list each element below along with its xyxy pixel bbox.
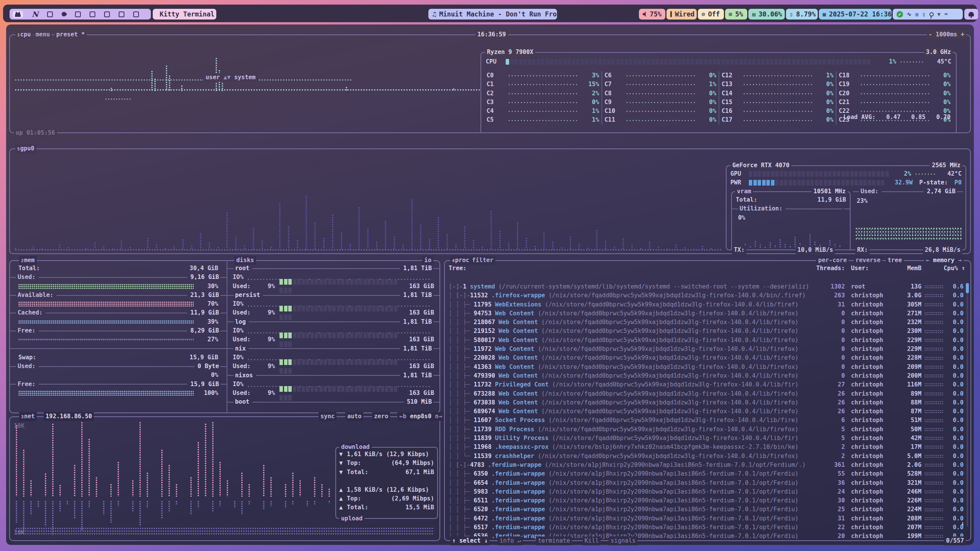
workspace-obsidian[interactable]: N: [32, 10, 38, 18]
core-row: C30%: [487, 98, 599, 107]
proc-row[interactable]: │ │ ├─ 6517.ferdium-wrappe(/nix/store/a1…: [449, 523, 964, 532]
proc-row[interactable]: │ │ ├─ 673038Web Content(/nix/store/fqad…: [449, 398, 964, 407]
proc-scroll-down-arrow[interactable]: ↓: [961, 519, 964, 528]
clock-widget[interactable]: ▦ 2025-07-22 16:36: [819, 9, 892, 20]
proc-row[interactable]: │ │ ├─ 580017Web Content(/nix/store/fqad…: [449, 336, 964, 345]
net-sync-button[interactable]: sync: [318, 412, 336, 421]
workspace-square-icon[interactable]: [90, 11, 95, 17]
memory-value: 30.06%: [758, 10, 782, 18]
disks-io-button[interactable]: io: [422, 256, 433, 265]
system-tray: ✔ ∿ ▣ ▯ ▼ ⌨: [893, 9, 963, 20]
proc-row[interactable]: │ │ ├─ 6472.ferdium-wrappe(/nix/store/a1…: [449, 514, 964, 523]
rx-stats: RX:: [855, 246, 870, 254]
volume-widget[interactable]: 75%: [639, 9, 665, 20]
swap-total: 15,9 GiB: [36, 353, 218, 362]
proc-row[interactable]: │ [-]-11532.firefox-wrappe(/nix/store/fq…: [449, 291, 964, 300]
proc-sort-selector[interactable]: ← memory →: [924, 256, 964, 265]
workspace-flame-icon[interactable]: [61, 11, 67, 18]
cat-icon: [15, 11, 21, 17]
cpu-preset-button[interactable]: preset *: [54, 30, 87, 39]
cpu-menu-button[interactable]: menu: [34, 30, 52, 39]
proc-row[interactable]: [-]-1systemd(/run/current-system/systemd…: [449, 282, 964, 291]
proc-row[interactable]: │ │ ├─ 6536.ferdium-wrappe(/nix/store/a1…: [449, 532, 964, 541]
pstate-value: P0: [948, 178, 962, 187]
net-interface-switcher[interactable]: ←b enp8s0 n→: [397, 412, 444, 421]
workspace-square-icon[interactable]: [133, 11, 139, 17]
proc-row[interactable]: │ │ ├─ 219152Web Content(/nix/store/fqad…: [449, 327, 964, 336]
interval-control[interactable]: - 1000ms +: [927, 30, 966, 39]
workspace-kitty-active[interactable]: [13, 11, 23, 18]
proc-row[interactable]: │ │ ├─ 673288Web Content(/nix/store/fqad…: [449, 390, 964, 398]
proc-footer-signals[interactable]: signals: [609, 536, 637, 545]
disk-used-row: Used:9%163 GiB: [227, 335, 439, 344]
uptime: up 01:05:56: [14, 129, 57, 137]
proc-reverse-button[interactable]: reverse: [854, 256, 882, 265]
proc-row[interactable]: │ │ ├─ 6511.ferdium-wrappe(/nix/store/a1…: [449, 496, 964, 505]
proc-header: Tree: Threads: User: MemB Cpu% ↑: [445, 264, 970, 273]
triangle-icon[interactable]: ▼: [938, 11, 941, 17]
proc-row[interactable]: │ │ ├─ 11739RDD Process(/nix/store/fqadd…: [449, 425, 964, 434]
proc-tree-button[interactable]: tree: [886, 256, 904, 265]
proc-scrollbar-thumb[interactable]: [966, 283, 969, 293]
proc-row[interactable]: │ │ ├─ 94753Web Content(/nix/store/fqadd…: [449, 309, 964, 318]
proc-row[interactable]: │ │ ├─ 11732Privileged Cont(/nix/store/f…: [449, 380, 964, 389]
upload-top: (2,69 Mibps): [361, 494, 434, 503]
net-auto-button[interactable]: auto: [345, 412, 363, 421]
mem-stat-row: Used:9,16 GiB: [10, 273, 227, 282]
workspace-square-icon[interactable]: [75, 11, 81, 17]
proc-row[interactable]: │ │ ├─ 6520.ferdium-wrappe(/nix/store/a1…: [449, 505, 964, 514]
tx-stats: TX:: [732, 246, 746, 254]
proc-footer-terminate[interactable]: terminate: [536, 536, 572, 545]
proc-row[interactable]: │ │ ├─ 5983.ferdium-wrappe(/nix/store/a1…: [449, 487, 964, 496]
square-icon[interactable]: ▣: [915, 11, 918, 17]
network-widget[interactable]: Wired: [666, 9, 697, 20]
workspace-square-icon[interactable]: [104, 11, 110, 17]
proc-percore-button[interactable]: per-core: [816, 256, 849, 265]
proc-row[interactable]: │ [-]-4783.ferdium-wrappe(/nix/store/a1p…: [449, 461, 964, 469]
gpu-stats-panel: GeForce RTX 4070 2565 MHz GPU 2% 42°C PW…: [726, 165, 966, 250]
proc-footer-kill[interactable]: Kill: [583, 536, 601, 545]
bluetooth-widget[interactable]: ⊘ Off: [698, 9, 724, 20]
cpu-widget[interactable]: ⊞ 5%: [725, 9, 747, 20]
proc-row[interactable]: │ │ ├─ 6654.ferdium-wrappe(/nix/store/a1…: [449, 479, 964, 487]
key-icon[interactable]: [929, 12, 934, 16]
gpu-model: GeForce RTX 4070: [730, 161, 791, 170]
window-title[interactable]: Kitty Terminal: [153, 9, 216, 20]
phone-tray-icon[interactable]: ▯: [922, 11, 925, 17]
proc-row[interactable]: │ │ ├─ 11972Web Content(/nix/store/fqadd…: [449, 345, 964, 354]
proc-row[interactable]: │ │ ├─ 479390Web Content(/nix/store/fqad…: [449, 372, 964, 380]
workspace-square-icon[interactable]: [47, 11, 53, 17]
proc-footer-select[interactable]: ↑ select ↓: [450, 536, 490, 545]
gpu-temp: 42°C: [940, 170, 962, 178]
proc-row[interactable]: │ │ ├─ 218067Web Content(/nix/store/fqad…: [449, 318, 964, 327]
check-circle-icon[interactable]: ✔: [897, 11, 903, 18]
core-row: C180%: [839, 71, 951, 80]
net-zero-button[interactable]: zero: [372, 412, 390, 421]
proc-box-title: 4proc: [450, 256, 471, 265]
proc-scrollbar-track[interactable]: [967, 283, 968, 527]
proc-row[interactable]: │ │ ├─ 11795WebExtensions(/nix/store/fqa…: [449, 300, 964, 309]
proc-row[interactable]: │ │ ├─ 6350.ferdium-wrappe(/nix/store/a1…: [449, 469, 964, 478]
proc-row[interactable]: │ │ └─ 11539crashhelper(/nix/store/fqadd…: [449, 452, 964, 461]
disk-widget[interactable]: ▯ 8.79%: [786, 9, 818, 20]
disk-used-row: Used:9%163 GiB: [227, 282, 439, 291]
vram-total: 11,9 GiB: [757, 196, 846, 204]
music-widget[interactable]: ♫ Minuit Machine - Don't Run Fro...: [428, 9, 557, 20]
upload-total: 15,5 MiB: [368, 503, 434, 512]
proc-row[interactable]: │ │ ├─ 41363Web Content(/nix/store/fqadd…: [449, 363, 964, 372]
mem-disks-box: 2mem Total: 30,4 GiB Used:9,16 GiB30%Ava…: [9, 260, 440, 413]
memory-widget[interactable]: ▤ 30.06%: [748, 9, 785, 20]
wave-icon[interactable]: ∿: [907, 11, 911, 17]
proc-row[interactable]: │ │ ├─ 11607Socket Process(/nix/store/fq…: [449, 416, 964, 425]
proc-row[interactable]: │ │ ├─ 220028Web Content(/nix/store/fqad…: [449, 354, 964, 362]
workspace-square-icon[interactable]: [119, 11, 124, 17]
keyboard-icon[interactable]: ⌨: [944, 11, 947, 17]
cpu-total-label: CPU: [486, 57, 506, 66]
proc-footer-info[interactable]: info ↵: [498, 536, 523, 545]
notification-widget[interactable]: [964, 9, 978, 20]
proc-row[interactable]: │ │ ├─ 689674Web Content(/nix/store/fqad…: [449, 407, 964, 416]
proc-filter-button[interactable]: filter: [470, 256, 495, 265]
proc-row[interactable]: │ │ ├─ 11839Utility Process(/nix/store/f…: [449, 434, 964, 443]
proc-row[interactable]: │ │ ├─ 11968.keepassxc-prox(/nix/store/b…: [449, 443, 964, 452]
gpu-meter: [749, 170, 893, 178]
